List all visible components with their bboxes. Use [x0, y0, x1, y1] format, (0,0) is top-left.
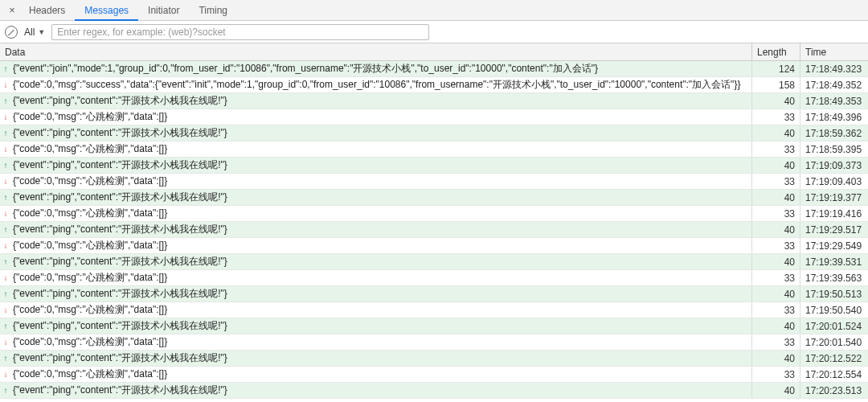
- message-length-cell: 158: [752, 77, 800, 92]
- message-time-cell: 17:20:01.524: [800, 318, 868, 334]
- message-text: {"event":"ping","content":"开源技术小栈我在线呢!"}: [13, 158, 227, 172]
- filter-bar: All ▼: [0, 21, 868, 43]
- message-length-cell: 33: [752, 367, 800, 382]
- regex-input[interactable]: [51, 24, 429, 40]
- message-text: {"code":0,"msg":"心跳检测","data":[]}: [13, 207, 167, 220]
- message-time-cell: 17:20:01.540: [800, 334, 868, 350]
- tab-timing[interactable]: Timing: [189, 0, 237, 21]
- message-text: {"code":0,"msg":"心跳检测","data":[]}: [13, 335, 167, 349]
- table-row[interactable]: ↑{"event":"ping","content":"开源技术小栈我在线呢!"…: [0, 93, 868, 109]
- arrow-up-icon: ↑: [2, 290, 10, 298]
- message-text: {"code":0,"msg":"心跳检测","data":[]}: [13, 271, 167, 285]
- message-data-cell: ↓{"code":0,"msg":"心跳检测","data":[]}: [0, 142, 752, 157]
- message-length-cell: 33: [752, 206, 800, 221]
- arrow-up-icon: ↑: [2, 355, 10, 363]
- arrow-down-icon: ↓: [2, 178, 10, 186]
- message-text: {"code":0,"msg":"success","data":{"event…: [13, 78, 740, 92]
- message-length-cell: 33: [752, 109, 800, 125]
- message-time-cell: 17:18:49.353: [800, 93, 868, 109]
- message-time-cell: 17:18:49.396: [800, 109, 868, 125]
- table-row[interactable]: ↑{"event":"ping","content":"开源技术小栈我在线呢!"…: [0, 383, 868, 399]
- message-text: {"event":"ping","content":"开源技术小栈我在线呢!"}: [13, 287, 227, 301]
- message-data-cell: ↓{"code":0,"msg":"心跳检测","data":[]}: [0, 334, 752, 350]
- table-row[interactable]: ↓{"code":0,"msg":"心跳检测","data":[]}3317:1…: [0, 109, 868, 125]
- devtools-tabs: × Headers Messages Initiator Timing: [0, 0, 868, 21]
- messages-table-body[interactable]: ↑{"event":"join","mode":1,"group_id":0,"…: [0, 61, 868, 402]
- message-length-cell: 40: [752, 222, 800, 237]
- column-data[interactable]: Data: [0, 43, 752, 60]
- table-row[interactable]: ↑{"event":"ping","content":"开源技术小栈我在线呢!"…: [0, 222, 868, 238]
- message-data-cell: ↓{"code":0,"msg":"心跳检测","data":[]}: [0, 206, 752, 221]
- arrow-up-icon: ↑: [2, 258, 10, 266]
- message-time-cell: 17:19:50.513: [800, 286, 868, 302]
- table-row[interactable]: ↑{"event":"ping","content":"开源技术小栈我在线呢!"…: [0, 125, 868, 142]
- message-data-cell: ↑{"event":"ping","content":"开源技术小栈我在线呢!"…: [0, 286, 752, 302]
- filter-dropdown[interactable]: All ▼: [23, 27, 47, 38]
- message-data-cell: ↑{"event":"ping","content":"开源技术小栈我在线呢!"…: [0, 254, 752, 269]
- table-row[interactable]: ↑{"event":"ping","content":"开源技术小栈我在线呢!"…: [0, 254, 868, 270]
- message-time-cell: 17:20:12.554: [800, 367, 868, 382]
- message-time-cell: 17:18:59.362: [800, 125, 868, 141]
- message-length-cell: 40: [752, 254, 800, 269]
- table-row[interactable]: ↓{"code":0,"msg":"心跳检测","data":[]}3317:1…: [0, 174, 868, 190]
- message-length-cell: 33: [752, 302, 800, 318]
- message-data-cell: ↓{"code":0,"msg":"心跳检测","data":[]}: [0, 302, 752, 318]
- message-length-cell: 33: [752, 142, 800, 157]
- arrow-down-icon: ↓: [2, 338, 10, 347]
- table-row[interactable]: ↓{"code":0,"msg":"心跳检测","data":[]}3317:1…: [0, 142, 868, 158]
- table-row[interactable]: ↓{"code":0,"msg":"心跳检测","data":[]}3317:2…: [0, 334, 868, 351]
- message-length-cell: 33: [752, 174, 800, 189]
- message-text: {"event":"ping","content":"开源技术小栈我在线呢!"}: [13, 319, 227, 333]
- table-row[interactable]: ↓{"code":0,"msg":"心跳检测","data":[]}3317:1…: [0, 270, 868, 286]
- message-time-cell: 17:19:29.549: [800, 238, 868, 253]
- table-row[interactable]: ↑{"event":"ping","content":"开源技术小栈我在线呢!"…: [0, 286, 868, 302]
- close-icon[interactable]: ×: [5, 4, 19, 16]
- message-text: {"code":0,"msg":"心跳检测","data":[]}: [13, 239, 167, 252]
- table-row[interactable]: ↓{"code":0,"msg":"success","data":{"even…: [0, 77, 868, 93]
- table-row[interactable]: ↓{"code":0,"msg":"心跳检测","data":[]}3317:1…: [0, 238, 868, 254]
- tab-messages[interactable]: Messages: [75, 0, 138, 21]
- message-time-cell: 17:19:39.563: [800, 270, 868, 285]
- message-text: {"event":"ping","content":"开源技术小栈我在线呢!"}: [13, 191, 227, 204]
- column-time[interactable]: Time: [800, 43, 868, 60]
- message-data-cell: ↓{"code":0,"msg":"心跳检测","data":[]}: [0, 109, 752, 125]
- message-length-cell: 33: [752, 270, 800, 285]
- arrow-up-icon: ↑: [2, 65, 10, 73]
- table-row[interactable]: ↑{"event":"ping","content":"开源技术小栈我在线呢!"…: [0, 351, 868, 367]
- message-text: {"event":"ping","content":"开源技术小栈我在线呢!"}: [13, 94, 227, 108]
- message-length-cell: 40: [752, 318, 800, 334]
- message-data-cell: ↑{"event":"ping","content":"开源技术小栈我在线呢!"…: [0, 125, 752, 141]
- message-length-cell: 40: [752, 286, 800, 302]
- tab-initiator[interactable]: Initiator: [138, 0, 189, 21]
- message-data-cell: ↑{"event":"ping","content":"开源技术小栈我在线呢!"…: [0, 383, 752, 398]
- message-text: {"event":"ping","content":"开源技术小栈我在线呢!"}: [13, 384, 227, 397]
- arrow-down-icon: ↓: [2, 210, 10, 218]
- arrow-down-icon: ↓: [2, 113, 10, 121]
- message-data-cell: ↓{"code":0,"msg":"心跳检测","data":[]}: [0, 270, 752, 285]
- message-text: {"code":0,"msg":"心跳检测","data":[]}: [13, 303, 167, 317]
- message-time-cell: 17:20:23.513: [800, 383, 868, 398]
- message-length-cell: 33: [752, 238, 800, 253]
- table-row[interactable]: ↑{"event":"ping","content":"开源技术小栈我在线呢!"…: [0, 318, 868, 334]
- message-data-cell: ↑{"event":"ping","content":"开源技术小栈我在线呢!"…: [0, 93, 752, 109]
- tab-headers[interactable]: Headers: [19, 0, 75, 21]
- table-row[interactable]: ↑{"event":"ping","content":"开源技术小栈我在线呢!"…: [0, 158, 868, 174]
- table-row[interactable]: ↑{"event":"ping","content":"开源技术小栈我在线呢!"…: [0, 190, 868, 206]
- message-time-cell: 17:19:39.531: [800, 254, 868, 269]
- message-text: {"event":"join","mode":1,"group_id":0,"f…: [13, 62, 598, 76]
- arrow-down-icon: ↓: [2, 371, 10, 379]
- arrow-down-icon: ↓: [2, 146, 10, 154]
- arrow-down-icon: ↓: [2, 242, 10, 250]
- message-length-cell: 40: [752, 190, 800, 205]
- column-length[interactable]: Length: [752, 43, 800, 60]
- message-length-cell: 40: [752, 383, 800, 398]
- arrow-up-icon: ↑: [2, 194, 10, 202]
- message-length-cell: 40: [752, 351, 800, 366]
- table-row[interactable]: ↓{"code":0,"msg":"心跳检测","data":[]}3317:1…: [0, 302, 868, 318]
- table-row[interactable]: ↓{"code":0,"msg":"心跳检测","data":[]}3317:1…: [0, 206, 868, 222]
- message-data-cell: ↑{"event":"ping","content":"开源技术小栈我在线呢!"…: [0, 158, 752, 173]
- table-row[interactable]: ↓{"code":0,"msg":"心跳检测","data":[]}3317:2…: [0, 367, 868, 383]
- message-text: {"code":0,"msg":"心跳检测","data":[]}: [13, 174, 167, 188]
- table-row[interactable]: ↑{"event":"join","mode":1,"group_id":0,"…: [0, 61, 868, 77]
- clear-icon[interactable]: [5, 26, 18, 39]
